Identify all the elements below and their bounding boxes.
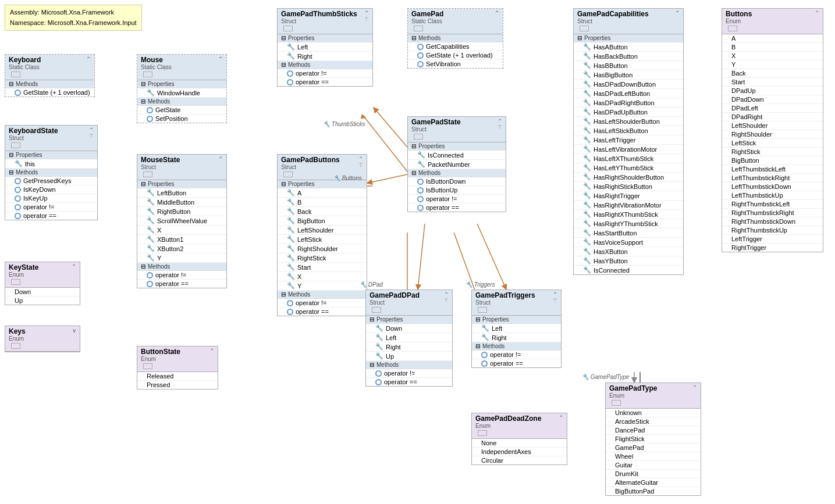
gpd-up: 🔧Up bbox=[366, 352, 452, 361]
gpb-x: 🔧X bbox=[278, 272, 367, 281]
gpb-opeq1: operator != bbox=[278, 299, 367, 308]
gpb-opeq2: operator == bbox=[278, 308, 367, 316]
keystate-collapse[interactable]: ⌃ bbox=[72, 263, 76, 270]
gpc-hasrightstick: 🔧HasRightStickButton bbox=[574, 182, 683, 191]
gpb-header: GamePadButtons Struct ⌃ ⊤ bbox=[278, 155, 367, 180]
btn-dpadleft: DPadLeft bbox=[722, 104, 823, 113]
m-icon bbox=[15, 204, 21, 210]
gpc-hasbigbutton: 🔧HasBigButton bbox=[574, 70, 683, 80]
buttons-header: Buttons Enum ⌃ bbox=[722, 9, 823, 34]
gpts-header: GamePadThumbSticks Struct ⌃ ⊤ bbox=[278, 9, 372, 34]
bs-pressed: Pressed bbox=[137, 381, 218, 389]
mousestate-collapse[interactable]: ⌃ bbox=[218, 156, 223, 162]
gpb-bigbutton: 🔧BigButton bbox=[278, 216, 367, 226]
gpt-right: 🔧Right bbox=[472, 333, 561, 342]
gp-collapse[interactable]: ⌃ bbox=[495, 10, 499, 16]
m-icon bbox=[417, 205, 424, 211]
m-icon bbox=[375, 370, 382, 377]
gptype-guitar: Guitar bbox=[606, 461, 701, 470]
gpb-rightshoulder: 🔧RightShoulder bbox=[278, 244, 367, 253]
gpc-hasleftshoulder: 🔧HasLeftShoulderButton bbox=[574, 117, 683, 126]
keyboardstate-this: 🔧 this bbox=[5, 159, 97, 169]
gpdz-none: None bbox=[472, 439, 567, 448]
gpts-collapse[interactable]: ⌃ bbox=[364, 10, 369, 16]
buttonstate-collapse[interactable]: ⌃ bbox=[209, 348, 214, 354]
gpb-collapse[interactable]: ⌃ bbox=[358, 156, 363, 162]
mouse-collapse[interactable]: ⌃ bbox=[218, 56, 223, 62]
svg-line-10 bbox=[374, 108, 407, 147]
gptype-drumkit: DrumKit bbox=[606, 470, 701, 478]
m-icon bbox=[481, 352, 488, 358]
ks-opeq1: operator != bbox=[5, 203, 97, 212]
keystate-header: KeyState Enum ⌃ bbox=[5, 262, 80, 288]
btn-righttrigger: RightTrigger bbox=[722, 244, 823, 252]
gptype-title: GamePadType bbox=[609, 384, 657, 392]
btn-lthumbstickr: LeftThumbstickRight bbox=[722, 174, 823, 183]
keystate-title: KeyState bbox=[9, 263, 38, 271]
gps-opeq1: operator != bbox=[408, 195, 506, 203]
gpc-hasstartbutton: 🔧HasStartButton bbox=[574, 228, 683, 238]
keys-type: Enum bbox=[9, 335, 26, 342]
gpc-hasdpaddown: 🔧HasDPadDownButton bbox=[574, 80, 683, 89]
gp-getstate: GetState (+ 1 overload) bbox=[408, 51, 503, 60]
mousestate-type: Struct bbox=[141, 164, 180, 170]
ms-x: 🔧X bbox=[137, 226, 226, 235]
gpb-methods-header: ⊟ Methods bbox=[278, 291, 367, 299]
btn-rthumbstickr: RightThumbstickRight bbox=[722, 209, 823, 217]
gpdz-circular: Circular bbox=[472, 456, 567, 464]
gp-methods-header: ⊟ Methods bbox=[408, 34, 503, 42]
gpb-filter[interactable]: ⊤ bbox=[358, 162, 363, 168]
mouse-type: Static Class bbox=[141, 64, 172, 70]
buttons-collapse[interactable]: ⌃ bbox=[815, 10, 819, 16]
gpc-hasbbutton: 🔧HasBButton bbox=[574, 61, 683, 70]
keys-box: Keys Enum ∨ bbox=[5, 326, 80, 352]
gpt-filter[interactable]: ⊤ bbox=[553, 298, 557, 303]
gpd-left: 🔧Left bbox=[366, 333, 452, 342]
gpc-hasrighttrigger: 🔧HasRightTrigger bbox=[574, 191, 683, 201]
gpb-a: 🔧A bbox=[278, 188, 367, 198]
gpt-type: Struct bbox=[475, 299, 535, 306]
gps-filter[interactable]: ⊤ bbox=[498, 124, 502, 130]
gpd-type: Struct bbox=[369, 299, 420, 306]
gptype-collapse[interactable]: ⌃ bbox=[692, 384, 697, 391]
gp-setvibration: SetVibration bbox=[408, 60, 503, 68]
gpb-rightstick: 🔧RightStick bbox=[278, 253, 367, 263]
gpts-left: 🔧Left bbox=[278, 42, 372, 52]
gp-getcapabilities: GetCapabilities bbox=[408, 42, 503, 51]
gpts-filter[interactable]: ⊤ bbox=[364, 16, 369, 22]
gpc-hasleftvibration: 🔧HasLeftVibrationMotor bbox=[574, 145, 683, 154]
gps-collapse[interactable]: ⌃ bbox=[498, 118, 502, 124]
gpc-collapse[interactable]: ⌃ bbox=[675, 10, 680, 16]
svg-line-0 bbox=[364, 116, 407, 171]
m-icon bbox=[147, 272, 153, 278]
gptype-flightstick: FlightStick bbox=[606, 435, 701, 444]
gpdz-collapse[interactable]: ⌃ bbox=[559, 414, 563, 421]
mouse-setposition: SetPosition bbox=[137, 115, 226, 123]
keys-collapse[interactable]: ∨ bbox=[72, 327, 76, 334]
mousestate-props-header: ⊟ Properties bbox=[137, 180, 226, 188]
mouse-windowhandle: 🔧 WindowHandle bbox=[137, 88, 226, 98]
ks-getpressedkeys: GetPressedKeys bbox=[5, 177, 97, 185]
keyboardstate-collapse[interactable]: ⌃ bbox=[89, 127, 94, 133]
gptype-header: GamePadType Enum ⌃ bbox=[606, 383, 701, 409]
m-icon bbox=[15, 187, 21, 193]
ks-opeq2: operator == bbox=[5, 212, 97, 220]
mouse-box: Mouse Static Class ⌃ ⊟ Properties 🔧 Wind… bbox=[137, 54, 227, 123]
svg-line-14 bbox=[418, 224, 425, 289]
m-icon bbox=[375, 379, 382, 385]
gpt-methods-header: ⊟ Methods bbox=[472, 342, 561, 351]
gamepадstate-box: GamePadState Struct ⌃ ⊤ ⊟ Properties 🔧Is… bbox=[407, 116, 506, 212]
gpd-filter[interactable]: ⊤ bbox=[444, 298, 449, 303]
keyboardstate-filter[interactable]: ⊤ bbox=[89, 133, 94, 139]
gpd-down: 🔧Down bbox=[366, 324, 452, 333]
keyboard-collapse[interactable]: ⌃ bbox=[86, 56, 91, 62]
gpb-title: GamePadButtons bbox=[281, 156, 340, 164]
m-icon bbox=[287, 70, 293, 77]
gpd-collapse[interactable]: ⌃ bbox=[444, 291, 449, 298]
btn-lefttrigger: LeftTrigger bbox=[722, 235, 823, 244]
gpts-type: Struct bbox=[281, 18, 357, 24]
gpts-props-header: ⊟ Properties bbox=[278, 34, 372, 42]
m-icon bbox=[287, 300, 293, 306]
keyboardstate-header: KeyboardState Struct ⌃ ⊤ bbox=[5, 126, 97, 151]
gpt-collapse[interactable]: ⌃ bbox=[553, 291, 557, 298]
